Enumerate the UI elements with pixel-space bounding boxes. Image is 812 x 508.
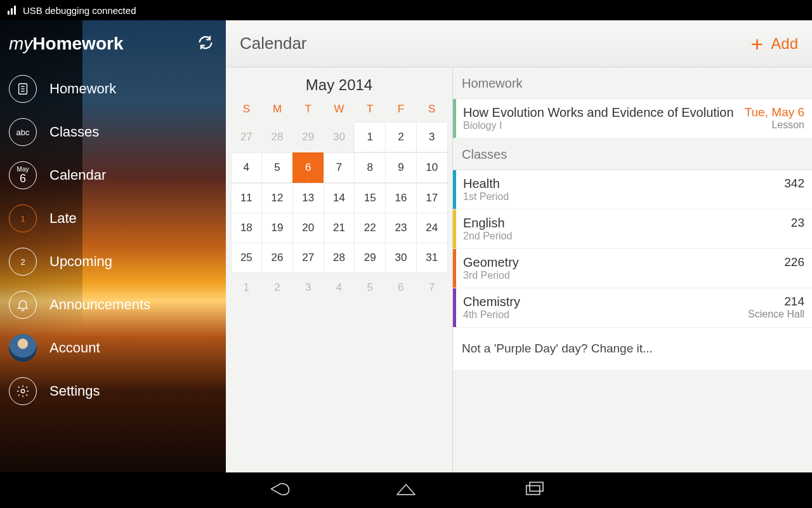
calendar-day-cell[interactable]: 8. xyxy=(354,152,386,183)
color-bar xyxy=(453,99,456,138)
app-logo: myHomework xyxy=(9,34,123,54)
avatar-icon xyxy=(9,334,37,362)
section-header-classes: Classes xyxy=(453,138,812,170)
svg-rect-5 xyxy=(527,486,540,495)
sidebar-item-label: Announcements xyxy=(49,297,150,313)
class-name: Geometry xyxy=(463,255,776,270)
class-room: 214 xyxy=(748,295,804,309)
calendar-day-cell[interactable]: 6 xyxy=(386,272,417,303)
calendar-day-cell[interactable]: 5 xyxy=(355,272,386,303)
calendar-day-cell[interactable]: 17 xyxy=(416,183,448,213)
sidebar-item-label: Account xyxy=(49,340,100,356)
class-row[interactable]: Geometry3rd Period226 xyxy=(453,249,812,288)
calendar-dow-cell: T xyxy=(292,103,324,116)
class-room: 23 xyxy=(791,216,804,230)
calendar-day-cell[interactable]: 27 xyxy=(231,122,262,152)
sidebar-item-account[interactable]: Account xyxy=(0,326,226,370)
calendar-day-cell[interactable]: 14 xyxy=(324,183,355,213)
page-title: Calendar xyxy=(240,34,307,53)
calendar-day-cell[interactable]: 7 xyxy=(416,272,447,303)
calendar-day-cell[interactable]: 29 xyxy=(354,243,386,273)
calendar-day-cell[interactable]: 11 xyxy=(231,183,263,213)
sidebar-item-label: Late xyxy=(49,210,77,227)
calendar-day-cell[interactable]: 22 xyxy=(354,213,386,243)
calendar-day-cell[interactable]: 5. xyxy=(261,152,293,183)
homework-type: Lesson xyxy=(745,119,804,131)
calendar-day-cell[interactable]: 7. xyxy=(324,152,355,183)
class-period: 3rd Period xyxy=(463,270,776,281)
homework-row[interactable]: How Evolution Works and Evidence of Evol… xyxy=(453,99,812,138)
calendar-day-cell[interactable]: 19 xyxy=(261,213,293,243)
sidebar-item-classes[interactable]: abc Classes xyxy=(0,110,226,154)
class-row[interactable]: Chemistry4th Period214Science Hall xyxy=(453,288,812,328)
color-bar xyxy=(453,288,456,327)
sidebar-item-homework[interactable]: Homework xyxy=(0,67,226,110)
calendar-day-cell[interactable]: 18 xyxy=(231,213,263,243)
signal-icon xyxy=(8,6,16,15)
change-day-type-link[interactable]: Not a 'Purple Day' day? Change it... xyxy=(453,328,812,370)
sidebar-item-calendar[interactable]: May 6 Calendar xyxy=(0,154,226,197)
calendar-day-cell[interactable]: 21 xyxy=(324,213,355,243)
calendar-day-cell[interactable]: 2 xyxy=(262,272,293,303)
calendar-day-cell[interactable]: 28 xyxy=(324,243,355,273)
calendar-day-cell[interactable]: 13 xyxy=(292,183,324,213)
calendar-day-cell[interactable]: 16 xyxy=(385,183,417,213)
sidebar-item-label: Classes xyxy=(49,124,99,140)
calendar-day-cell[interactable]: 29... xyxy=(292,122,324,152)
calendar-weekday-row: SMTWTFS xyxy=(226,103,452,122)
calendar-day-cell[interactable]: 1 xyxy=(231,272,262,303)
calendar-day-cell[interactable]: 30 xyxy=(385,243,417,273)
svg-point-4 xyxy=(21,389,25,393)
sidebar-item-late[interactable]: 1 Late xyxy=(0,197,226,240)
calendar-day-cell[interactable]: 3 xyxy=(292,272,324,303)
back-icon[interactable] xyxy=(265,479,291,502)
class-period: 4th Period xyxy=(463,309,740,321)
sidebar-item-upcoming[interactable]: 2 Upcoming xyxy=(0,240,226,283)
late-badge: 1 xyxy=(9,204,37,232)
calendar-day-cell[interactable]: 15 xyxy=(354,183,386,213)
class-row[interactable]: Health1st Period342 xyxy=(453,170,812,210)
calendar-day-cell[interactable]: 4 xyxy=(324,272,355,303)
calendar-day-cell[interactable]: 30.. xyxy=(324,122,355,152)
calendar-day-cell[interactable]: 9. xyxy=(385,152,417,183)
calendar-dow-cell: T xyxy=(355,103,386,116)
calendar-day-cell[interactable]: 2.. xyxy=(385,122,417,152)
calendar-dow-cell: S xyxy=(231,103,262,116)
calendar-grid: 2728..29...30..1.2..345.6.7.8.9.10111213… xyxy=(226,122,452,303)
recent-apps-icon[interactable] xyxy=(521,479,547,502)
svg-rect-6 xyxy=(530,483,543,491)
calendar-day-cell[interactable]: 6. xyxy=(292,152,324,183)
status-text: USB debugging connected xyxy=(23,5,136,16)
calendar-day-cell[interactable]: 20 xyxy=(292,213,324,243)
home-icon[interactable] xyxy=(393,479,419,502)
calendar-dow-cell: F xyxy=(386,103,417,116)
homework-subject: Biology I xyxy=(463,120,737,131)
calendar-day-cell[interactable]: 10 xyxy=(416,152,448,183)
homework-title: How Evolution Works and Evidence of Evol… xyxy=(463,105,737,120)
sidebar-item-label: Upcoming xyxy=(49,253,112,270)
calendar-day-cell[interactable]: 12 xyxy=(261,183,293,213)
calendar-day-cell[interactable]: 1. xyxy=(354,122,386,152)
calendar-day-cell[interactable]: 23 xyxy=(385,213,417,243)
class-row[interactable]: English2nd Period23 xyxy=(453,210,812,249)
calendar-day-cell[interactable]: 25 xyxy=(231,243,263,273)
calendar-day-cell[interactable]: 4 xyxy=(231,152,263,183)
sidebar-item-settings[interactable]: Settings xyxy=(0,370,226,413)
sidebar-item-label: Homework xyxy=(49,81,116,97)
calendar-day-cell[interactable]: 26 xyxy=(261,243,293,273)
section-header-homework: Homework xyxy=(453,67,812,99)
calendar-day-cell[interactable]: 24 xyxy=(416,213,448,243)
bell-icon xyxy=(9,291,37,319)
calendar-day-cell[interactable]: 28.. xyxy=(262,122,293,152)
sidebar-item-announcements[interactable]: Announcements xyxy=(0,283,226,326)
sidebar-item-label: Calendar xyxy=(49,167,106,184)
top-bar: Calendar + Add xyxy=(226,20,812,67)
sidebar: myHomework Homework abc Classes May 6 Ca… xyxy=(0,20,226,472)
refresh-icon[interactable] xyxy=(197,34,214,54)
calendar-day-cell[interactable]: 31 xyxy=(416,243,448,273)
add-button[interactable]: + Add xyxy=(750,33,798,55)
calendar-day-cell[interactable]: 3 xyxy=(416,122,448,152)
detail-panel: Homework How Evolution Works and Evidenc… xyxy=(453,67,812,472)
homework-date: Tue, May 6 xyxy=(745,105,804,119)
calendar-day-cell[interactable]: 27 xyxy=(292,243,324,273)
